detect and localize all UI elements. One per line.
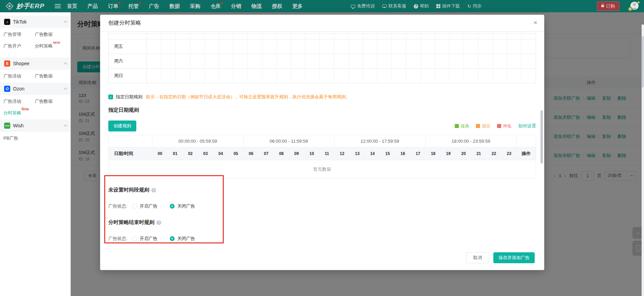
sidebar-item-ad-campaign[interactable]: 广告活动 xyxy=(0,98,31,104)
nav-item-home[interactable]: 首页 xyxy=(67,3,77,10)
training-icon xyxy=(351,5,355,8)
subscribe-button[interactable]: 订购 xyxy=(597,1,619,11)
sidebar-section-wish[interactable]: wish Wish xyxy=(0,119,70,132)
page-scrollbar[interactable] xyxy=(642,25,644,296)
nav-item-orders[interactable]: 订单 xyxy=(108,3,118,10)
app-logo[interactable]: 妙手ERP xyxy=(5,2,44,11)
hour-col-label: 10 xyxy=(304,151,319,156)
week-row-label: 周日 xyxy=(109,69,147,83)
nav-item-purchasing[interactable]: 采购 xyxy=(190,3,200,10)
date-rule-checkbox-label[interactable]: 指定日期规则 xyxy=(116,94,142,100)
nav-item-more[interactable]: 更多 xyxy=(292,3,303,10)
nav-item-label: 订单 xyxy=(108,3,118,9)
save-and-add-ad-button[interactable]: 保存并添加广告 xyxy=(493,252,535,263)
radio-enable-ads[interactable]: 开启广告 xyxy=(132,236,157,242)
user-avatar[interactable]: V xyxy=(630,2,639,11)
hour-col-label: 18 xyxy=(426,151,441,156)
date-rule-checkbox[interactable]: ✓ xyxy=(108,95,113,99)
week-row-partial[interactable] xyxy=(109,33,536,39)
sidebar-items-ozon: 广告活动 广告数据 分时策略Beta xyxy=(0,95,70,119)
help-icon[interactable]: ? xyxy=(151,188,156,193)
create-rule-button[interactable]: 创建规则 xyxy=(108,121,136,131)
sidebar-section-tiktok[interactable]: ♪ TikTok xyxy=(0,16,70,28)
nav-item-distribution[interactable]: 分销 xyxy=(231,3,241,10)
corner-cell xyxy=(109,135,152,147)
legend-lower: 降低 xyxy=(497,123,511,129)
nav-item-logistics[interactable]: 物流 xyxy=(251,3,262,10)
weekly-schedule-grid[interactable]: 周五 周六 周日 xyxy=(108,33,536,83)
radio-on-icon xyxy=(170,204,175,209)
raise-swatch-icon xyxy=(455,124,459,128)
radio-disable-ads[interactable]: 关闭广告 xyxy=(170,236,195,242)
beta-badge: Beta xyxy=(22,107,29,111)
nav-item-label: 采购 xyxy=(190,3,200,9)
nav-item-products[interactable]: 产品 xyxy=(87,3,98,10)
sidebar-item-ad-account[interactable]: 广告开户 xyxy=(0,43,31,49)
tool-label: 联系客服 xyxy=(388,3,406,9)
hour-col-label: 01 xyxy=(167,151,182,156)
radio-on-icon xyxy=(170,236,175,241)
scrollbar-thumb[interactable] xyxy=(642,36,644,87)
week-row-label: 周六 xyxy=(109,54,147,68)
nav-item-data[interactable]: 数据 xyxy=(169,3,180,10)
modal-scrollbar-thumb[interactable] xyxy=(540,110,543,164)
radio-off-icon xyxy=(132,236,137,241)
week-row-label xyxy=(109,33,147,39)
sidebar-section-shopee[interactable]: S Shopee xyxy=(0,57,70,70)
free-training-button[interactable]: 免费培训 xyxy=(351,3,375,9)
week-row-saturday[interactable]: 周六 xyxy=(109,54,536,68)
nav-item-label: 首页 xyxy=(67,3,77,9)
cancel-button[interactable]: 取消 xyxy=(466,252,489,263)
sidebar-item-time-strategy-tiktok[interactable]: 分时策略NEW xyxy=(31,43,60,49)
legend-label: 提高 xyxy=(461,123,469,129)
plugin-download-button[interactable]: 插件下载 xyxy=(436,3,460,9)
sidebar-item-time-strategy-ozon[interactable]: 分时策略Beta xyxy=(0,110,29,116)
chevron-up-icon xyxy=(64,87,67,91)
week-row-sunday[interactable]: 周日 xyxy=(109,68,536,83)
nav-item-warehouse[interactable]: 仓库 xyxy=(210,3,221,10)
lock-icon xyxy=(601,5,604,7)
sidebar-item-label: 广告管理 xyxy=(3,32,21,37)
how-to-set-link[interactable]: 如何设置 xyxy=(518,123,536,129)
radio-disable-ads[interactable]: 关闭广告 xyxy=(170,203,195,209)
sidebar-item-pb-ads[interactable]: PB广告 xyxy=(0,135,18,141)
week-row-label: 周五 xyxy=(109,39,147,54)
hour-col-label: 23 xyxy=(502,151,517,156)
close-icon[interactable]: × xyxy=(533,19,537,26)
help-button[interactable]: ?帮助 xyxy=(414,3,429,9)
wish-icon: wish xyxy=(4,123,10,129)
action-spacer-cell xyxy=(517,135,536,147)
hour-col-label: 05 xyxy=(228,151,243,156)
subscribe-label: 订购 xyxy=(606,3,615,9)
sync-button[interactable]: ↻同步 xyxy=(467,3,482,9)
app-logo-text: 妙手ERP xyxy=(16,2,44,11)
sidebar-item-ad-data[interactable]: 广告数据 xyxy=(31,98,63,104)
tool-label: 插件下载 xyxy=(442,3,460,9)
nav-item-authorization[interactable]: 授权 xyxy=(272,3,282,10)
time-range-cell: 18:00:00 - 23:59:59 xyxy=(426,135,517,147)
sidebar-item-ad-data[interactable]: 广告数据 xyxy=(31,31,63,38)
hour-col-label: 08 xyxy=(274,151,289,156)
fixed-swatch-icon xyxy=(476,124,480,128)
sidebar-item-ad-data[interactable]: 广告数据 xyxy=(31,73,63,79)
tool-label: 帮助 xyxy=(420,3,429,9)
sidebar-item-ad-management[interactable]: 广告管理 xyxy=(0,31,31,38)
end-rule-radio-group: 广告状态: 开启广告 关闭广告 xyxy=(108,236,536,242)
nav-item-hosting[interactable]: 托管 xyxy=(128,3,139,10)
ad-status-label: 广告状态: xyxy=(108,236,127,242)
menu-toggle-icon[interactable] xyxy=(55,4,61,8)
hour-col-label: 14 xyxy=(365,151,380,156)
radio-enable-ads[interactable]: 开启广告 xyxy=(132,203,157,209)
notification-dot xyxy=(119,2,121,4)
contact-support-button[interactable]: 联系客服 xyxy=(382,3,406,9)
nav-item-ads[interactable]: 广告 xyxy=(149,3,159,10)
nav-item-label: 分销 xyxy=(231,3,241,9)
sidebar-item-ad-campaign[interactable]: 广告活动 xyxy=(0,73,31,79)
date-time-header: 日期/时间 xyxy=(109,151,152,157)
notification-dot xyxy=(221,2,223,4)
sync-icon: ↻ xyxy=(467,4,471,9)
sidebar-section-ozon[interactable]: O Ozon xyxy=(0,83,70,95)
nav-item-label: 数据 xyxy=(169,3,180,9)
week-row-friday[interactable]: 周五 xyxy=(109,39,536,54)
help-icon[interactable]: ? xyxy=(156,220,161,225)
